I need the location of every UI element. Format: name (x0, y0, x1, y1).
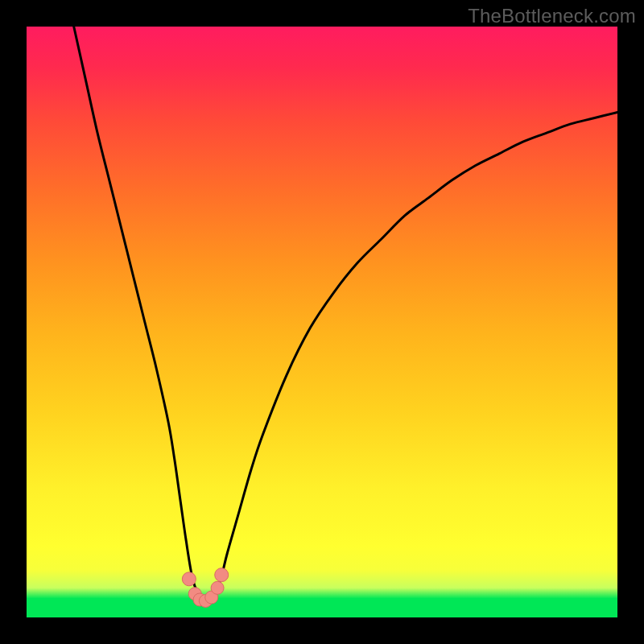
valley-marker (182, 572, 196, 586)
valley-marker (211, 581, 224, 594)
valley-marker (215, 568, 229, 582)
chart-frame: TheBottleneck.com (0, 0, 644, 644)
valley-markers (182, 568, 228, 608)
curve-svg (27, 27, 617, 617)
bottleneck-curve (74, 27, 617, 601)
plot-area (27, 27, 617, 617)
watermark-text: TheBottleneck.com (468, 5, 636, 27)
